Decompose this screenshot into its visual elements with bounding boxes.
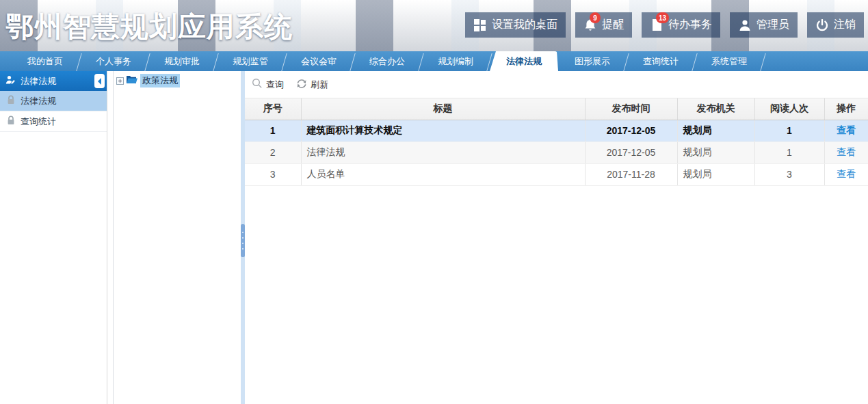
open-folder-icon [126, 75, 138, 87]
tab-planning-supervision[interactable]: 规划监管 [216, 51, 285, 71]
sidebar-item-query-statistics[interactable]: 查询统计 [0, 111, 107, 132]
cell-org: 规划局 [677, 120, 754, 142]
tree-node-policy-regulations[interactable]: 政策法规 [116, 74, 238, 87]
collapse-left-icon[interactable] [94, 74, 105, 88]
view-link[interactable]: 查看 [837, 168, 856, 179]
laws-table: 序号 标题 发布时间 发布机关 阅读人次 操作 1 建筑面积计算技术规定 201… [245, 98, 868, 186]
nav-set-desktop[interactable]: 设置我的桌面 [465, 12, 566, 38]
plus-box-icon[interactable] [116, 77, 124, 85]
cell-date: 2017-12-05 [585, 142, 677, 163]
refresh-button[interactable]: 刷新 [296, 79, 328, 91]
magnifier-icon [252, 78, 263, 91]
refresh-label: 刷新 [311, 79, 328, 91]
user-icon [738, 18, 752, 32]
cell-date: 2017-12-05 [585, 120, 677, 142]
col-publish-date: 发布时间 [585, 98, 677, 120]
cell-reads: 3 [754, 163, 824, 185]
sidebar-item-laws-regulations[interactable]: 法律法规 [0, 91, 107, 111]
todo-badge: 13 [656, 12, 669, 23]
main-tab-bar: 我的首页 个人事务 规划审批 规划监管 会议会审 综合办公 规划编制 法律法规 … [0, 51, 868, 71]
cell-date: 2017-11-28 [585, 163, 677, 185]
sidebar-item-label: 法律法规 [21, 95, 56, 107]
sidebar-header-label: 法律法规 [21, 75, 56, 87]
header-banner: 鄂州智慧规划应用系统 设置我的桌面 9 提醒 13 [0, 0, 868, 51]
col-title: 标题 [301, 98, 585, 120]
query-label: 查询 [266, 79, 284, 91]
cell-title: 建筑面积计算技术规定 [301, 120, 585, 142]
tab-planning-approval[interactable]: 规划审批 [148, 51, 216, 71]
nav-todo[interactable]: 13 待办事务 [642, 12, 720, 38]
cell-org: 规划局 [677, 163, 754, 185]
nav-label: 待办事务 [668, 18, 712, 32]
top-nav: 设置我的桌面 9 提醒 13 待办事务 管理员 [465, 12, 864, 38]
person-edit-icon [5, 75, 15, 87]
content-area: 法律法规 法律法规 查询统计 [0, 71, 868, 404]
nav-reminders[interactable]: 9 提醒 [575, 12, 632, 38]
cell-reads: 1 [754, 142, 824, 163]
document-icon: 13 [650, 18, 663, 32]
app-window: 鄂州智慧规划应用系统 设置我的桌面 9 提醒 13 [0, 0, 868, 404]
nav-label: 设置我的桌面 [492, 18, 557, 32]
col-read-count: 阅读人次 [754, 98, 824, 120]
table-header-row: 序号 标题 发布时间 发布机关 阅读人次 操作 [245, 98, 868, 120]
table-row[interactable]: 3 人员名单 2017-11-28 规划局 3 查看 [245, 163, 868, 185]
tab-laws-regulations[interactable]: 法律法规 [490, 51, 558, 71]
tree-node-label: 政策法规 [140, 74, 180, 87]
power-icon [815, 18, 829, 32]
tab-graphic-display[interactable]: 图形展示 [558, 51, 627, 71]
app-title: 鄂州智慧规划应用系统 [5, 8, 293, 46]
table-row[interactable]: 2 法律法规 2017-12-05 规划局 1 查看 [245, 142, 868, 163]
tab-planning-compilation[interactable]: 规划编制 [421, 51, 490, 71]
col-no: 序号 [245, 98, 301, 120]
cell-title: 法律法规 [301, 142, 585, 163]
sidebar-item-label: 查询统计 [21, 116, 56, 128]
cell-no: 2 [245, 142, 301, 163]
nav-user[interactable]: 管理员 [730, 12, 798, 38]
tab-my-home[interactable]: 我的首页 [11, 51, 79, 71]
cell-title: 人员名单 [301, 163, 585, 185]
col-actions: 操作 [824, 98, 868, 120]
refresh-icon [296, 79, 307, 91]
query-button[interactable]: 查询 [252, 78, 284, 91]
nav-logout[interactable]: 注销 [807, 12, 864, 38]
view-link[interactable]: 查看 [837, 146, 856, 157]
tab-meeting-review[interactable]: 会议会审 [285, 51, 353, 71]
cell-no: 3 [245, 163, 301, 185]
cell-reads: 1 [754, 120, 824, 142]
grid-toolbar: 查询 刷新 [245, 71, 868, 98]
view-link[interactable]: 查看 [837, 124, 856, 135]
tab-query-statistics[interactable]: 查询统计 [627, 51, 695, 71]
lock-icon [7, 116, 15, 127]
tab-general-office[interactable]: 综合办公 [353, 51, 421, 71]
tab-personal-affairs[interactable]: 个人事务 [79, 51, 148, 71]
main-panel: 查询 刷新 序号 标题 发布时间 发布机关 阅读 [245, 71, 868, 404]
cell-org: 规划局 [677, 142, 754, 163]
sidebar-header-laws[interactable]: 法律法规 [0, 71, 107, 91]
table-row[interactable]: 1 建筑面积计算技术规定 2017-12-05 规划局 1 查看 [245, 120, 868, 142]
col-publish-org: 发布机关 [677, 98, 754, 120]
bell-icon: 9 [583, 18, 597, 32]
sidebar: 法律法规 法律法规 查询统计 [0, 71, 107, 404]
splitter-grip-icon [241, 224, 245, 257]
nav-label: 提醒 [602, 18, 624, 32]
reminder-badge: 9 [590, 12, 601, 23]
panel-gap [107, 71, 113, 404]
lock-icon [7, 95, 15, 107]
splitter-handle[interactable] [241, 71, 245, 404]
nav-label: 注销 [834, 18, 856, 32]
desktop-grid-icon [473, 18, 487, 32]
nav-label: 管理员 [757, 18, 789, 32]
tab-system-management[interactable]: 系统管理 [695, 51, 763, 71]
cell-no: 1 [245, 120, 301, 142]
tree-panel: 政策法规 [113, 71, 241, 404]
